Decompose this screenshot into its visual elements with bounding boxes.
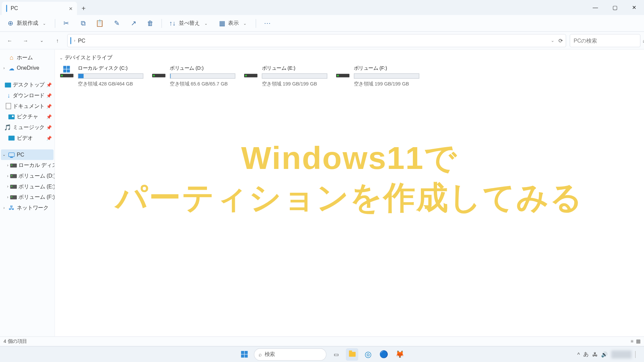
breadcrumb-pc[interactable]: PC <box>78 37 86 43</box>
drive-usage-bar <box>170 73 235 79</box>
cloud-icon: ☁ <box>8 65 15 72</box>
rename-icon: ✎ <box>113 20 120 27</box>
drive-slab-icon <box>60 74 73 77</box>
nav-up-button[interactable]: ↑ <box>51 34 64 47</box>
sort-button[interactable]: ↑↓ 並べ替え ⌄ <box>165 17 213 29</box>
rename-button[interactable]: ✎ <box>109 17 124 29</box>
sidebar-item-pictures[interactable]: ピクチャ📌 <box>1 111 54 122</box>
delete-button[interactable]: 🗑 <box>143 17 158 29</box>
toolbar-separator <box>161 19 162 27</box>
overlay-line1: Windows11で <box>55 138 644 178</box>
view-icon: ▦ <box>218 20 225 27</box>
taskbar-app-chrome[interactable]: 🔵 <box>378 348 390 360</box>
desktop-icon <box>5 81 11 88</box>
taskbar-app-edge[interactable]: ◎ <box>362 348 374 360</box>
sidebar-item-drive-c[interactable]: ›ローカル ディスク (C:) <box>1 160 54 171</box>
share-button[interactable]: ↗ <box>126 17 141 29</box>
close-window-button[interactable]: ✕ <box>625 0 644 15</box>
new-tab-button[interactable]: + <box>77 2 90 15</box>
more-button[interactable]: ⋯ <box>260 17 275 29</box>
paste-icon: 📋 <box>96 20 103 27</box>
expand-icon[interactable]: › <box>7 195 8 199</box>
drive-item[interactable]: ローカル ディスク (C:)空き領域 428 GB/464 GB <box>59 65 144 87</box>
expand-icon[interactable]: › <box>2 205 6 210</box>
search-input[interactable] <box>574 37 640 43</box>
chevron-down-icon[interactable]: ⌄ <box>551 38 554 43</box>
notifications-button[interactable] <box>635 351 641 358</box>
view-details-button[interactable]: ≡ <box>631 339 633 344</box>
sidebar-label: ローカル ディスク (C:) <box>18 162 55 169</box>
drive-usage-bar <box>78 73 143 79</box>
taskbar-search[interactable]: ⌕検索 <box>254 348 326 360</box>
sidebar-item-downloads[interactable]: ↓ダウンロード📌 <box>1 90 54 101</box>
taskbar-app-explorer[interactable] <box>346 348 358 360</box>
drive-usage-bar <box>262 73 327 79</box>
sidebar-item-network[interactable]: ›🖧ネットワーク <box>1 202 54 213</box>
monitor-icon <box>70 37 71 43</box>
sidebar-item-pc[interactable]: ⌄PC <box>1 149 54 160</box>
expand-icon[interactable]: › <box>2 66 6 70</box>
expand-icon[interactable]: › <box>7 174 8 178</box>
sidebar-item-desktop[interactable]: デスクトップ📌 <box>1 79 54 90</box>
taskbar-right: ^ あ 🖧 🔊 <box>577 350 644 358</box>
taskbar-clock[interactable] <box>611 350 632 358</box>
address-bar[interactable]: › PC ⌄ ⟳ <box>67 34 566 47</box>
sidebar-label: ミュージック <box>13 124 45 131</box>
volume-icon[interactable]: 🔊 <box>601 351 608 357</box>
tab-pc[interactable]: PC × <box>2 2 77 15</box>
sidebar-item-drive-e[interactable]: ›ボリューム (E:) <box>1 181 54 192</box>
search-box[interactable]: ⌕ <box>570 34 640 47</box>
more-icon: ⋯ <box>264 20 271 27</box>
drive-body: ローカル ディスク (C:)空き領域 428 GB/464 GB <box>78 65 143 87</box>
cut-button[interactable]: ✂ <box>59 17 74 29</box>
tab-close-icon[interactable]: × <box>69 5 72 12</box>
pin-icon: 📌 <box>46 93 52 98</box>
group-header-devices[interactable]: ⌄ デバイスとドライブ <box>59 54 640 61</box>
drive-free-text: 空き領域 199 GB/199 GB <box>262 80 327 87</box>
new-item-button[interactable]: ⊕ 新規作成 ⌄ <box>4 17 51 29</box>
expand-icon[interactable]: › <box>7 163 8 168</box>
drive-item[interactable]: ボリューム (D:)空き領域 65.6 GB/65.7 GB <box>151 65 235 87</box>
tray-chevron-icon[interactable]: ^ <box>577 351 580 357</box>
sidebar-item-music[interactable]: 🎵ミュージック📌 <box>1 122 54 133</box>
taskbar-app-firefox[interactable]: 🦊 <box>394 348 406 360</box>
refresh-button[interactable]: ⟳ <box>558 37 563 43</box>
nav-forward-button[interactable]: → <box>19 34 32 47</box>
task-view-icon: ▭ <box>334 351 339 357</box>
drive-name: ボリューム (D:) <box>170 65 235 72</box>
sidebar-item-documents[interactable]: ドキュメント📌 <box>1 101 54 112</box>
drive-item[interactable]: ボリューム (E:)空き領域 199 GB/199 GB <box>243 65 327 87</box>
maximize-button[interactable]: ▢ <box>605 0 625 15</box>
network-icon[interactable]: 🖧 <box>592 351 598 357</box>
toolbar-separator <box>55 19 55 27</box>
sidebar-item-drive-d[interactable]: ›ボリューム (D:) <box>1 171 54 181</box>
search-icon: ⌕ <box>643 37 644 44</box>
windows-logo-icon <box>241 351 248 358</box>
view-tiles-button[interactable]: ▦ <box>636 339 640 344</box>
content-area: ⌄ デバイスとドライブ ローカル ディスク (C:)空き領域 428 GB/46… <box>55 50 644 346</box>
overlay-caption: Windows11で パーティションを作成してみる <box>55 138 644 217</box>
paste-button[interactable]: 📋 <box>93 17 108 29</box>
sidebar-label: デスクトップ <box>13 81 45 88</box>
copy-button[interactable]: ⧉ <box>75 17 91 29</box>
drive-item[interactable]: ボリューム (F:)空き領域 199 GB/199 GB <box>335 65 420 87</box>
nav-back-button[interactable]: ← <box>4 34 16 47</box>
sidebar-item-drive-f[interactable]: ›ボリューム (F:) <box>1 192 54 202</box>
drive-name: ローカル ディスク (C:) <box>78 65 143 72</box>
chevron-down-icon: ⌄ <box>203 20 210 27</box>
toolbar-label: 新規作成 <box>17 19 38 27</box>
drive-icon-stack <box>151 65 166 87</box>
nav-recent-button[interactable]: ⌄ <box>35 34 48 47</box>
view-button[interactable]: ▦ 表示 ⌄ <box>215 17 252 29</box>
task-view-button[interactable]: ▭ <box>330 348 342 360</box>
minimize-button[interactable]: ― <box>586 0 605 15</box>
sidebar-item-home[interactable]: ⌂ホーム <box>1 52 54 63</box>
document-icon <box>6 103 11 110</box>
drive-icon <box>10 183 17 190</box>
sidebar-item-videos[interactable]: ビデオ📌 <box>1 133 54 143</box>
start-button[interactable] <box>238 348 250 360</box>
sidebar-item-onedrive[interactable]: ›☁OneDrive <box>1 63 54 73</box>
ime-indicator[interactable]: あ <box>583 351 589 358</box>
expand-icon[interactable]: ⌄ <box>2 153 6 157</box>
expand-icon[interactable]: › <box>7 184 8 189</box>
